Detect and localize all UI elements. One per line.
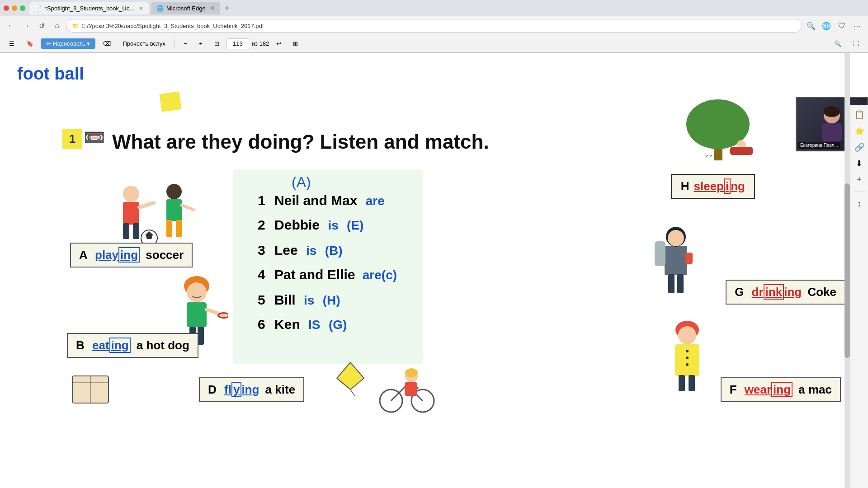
page-number-input[interactable]: [226, 38, 249, 49]
page-total: из 182: [252, 40, 269, 47]
label-h-box: H sleeping: [671, 174, 755, 199]
back-button[interactable]: ←: [5, 19, 17, 32]
sidebar-icon-6[interactable]: ↕: [857, 199, 861, 209]
search-icon-btn[interactable]: 🔍: [805, 19, 817, 32]
browser-chrome: 📄 *Spotlight_3_Students_book_Uc... ✕ 🌐 M…: [0, 0, 868, 53]
label-d-letter: D: [208, 383, 217, 396]
fit-icon: ⊡: [214, 40, 219, 47]
eraser-icon: ⌫: [103, 40, 111, 47]
svg-point-28: [668, 230, 684, 246]
tab-pdf-icon: 📄: [35, 5, 42, 12]
bookmarks-icon: 🔖: [26, 40, 33, 47]
bicycle-girl-illustration: [377, 360, 436, 414]
svg-point-22: [219, 314, 228, 317]
home-button[interactable]: ⌂: [51, 19, 63, 32]
svg-line-14: [182, 205, 193, 210]
sidebar-icon-1[interactable]: 📋: [854, 110, 864, 120]
svg-rect-13: [176, 220, 182, 237]
separator: [175, 39, 175, 48]
item-4: 4 Pat and Ellie are(c): [258, 267, 397, 282]
fullscreen-button[interactable]: ⛶: [849, 38, 863, 49]
sidebar-icon-2[interactable]: ⭐: [854, 126, 864, 136]
settings-btn[interactable]: ⋯: [851, 19, 863, 32]
draw-label: Нарисовать: [53, 40, 85, 47]
zoom-plus-button[interactable]: +: [194, 38, 207, 49]
svg-rect-56: [822, 123, 842, 141]
svg-point-55: [824, 106, 840, 117]
label-b-word-eating: eating: [92, 338, 131, 352]
sidebar-icon-5[interactable]: +: [857, 175, 862, 184]
tab-pdf[interactable]: 📄 *Spotlight_3_Students_book_Uc... ✕: [29, 2, 149, 14]
item-5-letter: (H): [323, 293, 340, 307]
svg-point-53: [405, 368, 418, 377]
label-d-rest: a kite: [265, 383, 296, 396]
sidebar-icon-4[interactable]: ⬇: [856, 159, 863, 169]
tab-edge-close[interactable]: ✕: [210, 5, 215, 11]
page-layout-button[interactable]: ⊞: [288, 38, 302, 49]
hamburger-button[interactable]: ☰: [5, 38, 19, 49]
item-2: 2 Debbie is (E): [258, 217, 363, 233]
tab-pdf-close[interactable]: ✕: [139, 5, 143, 12]
item-4-num: 4: [258, 267, 265, 282]
label-f-word-wearing: wearing: [745, 383, 793, 396]
toolbar-row: ☰ 🔖 ✏ Нарисовать ▾ ⌫ Прочесть вслух − + …: [0, 35, 868, 52]
svg-line-47: [391, 385, 407, 401]
svg-rect-24: [198, 327, 204, 345]
svg-rect-34: [675, 344, 699, 376]
sidebar-divider: [854, 192, 865, 192]
label-g-rest: Coke: [807, 285, 836, 299]
svg-line-20: [207, 310, 220, 314]
chevron-down-icon: ▾: [87, 40, 90, 47]
tab-edge-label: Microsoft Edge: [166, 5, 206, 12]
fit-button[interactable]: ⊡: [210, 38, 224, 49]
close-btn[interactable]: [4, 5, 9, 11]
svg-rect-19: [187, 302, 207, 327]
hamburger-icon: ☰: [9, 40, 14, 47]
read-aloud-button[interactable]: Прочесть вслух: [118, 38, 170, 49]
svg-point-35: [686, 350, 689, 352]
item-5: 5 Bill is (H): [258, 292, 340, 308]
label-g-word-drinking: drinking: [752, 285, 802, 299]
refresh-button[interactable]: ↺: [35, 19, 48, 32]
zoom-minus-button[interactable]: −: [179, 38, 192, 49]
page-back-button[interactable]: ↩: [272, 38, 286, 49]
label-a-rest: soccer: [146, 248, 184, 262]
tab-edge[interactable]: 🌐 Microsoft Edge ✕: [151, 2, 220, 14]
svg-point-36: [686, 357, 689, 359]
new-tab-button[interactable]: +: [222, 4, 232, 13]
scrollbar-thumb[interactable]: [844, 183, 850, 358]
scrollbar-track[interactable]: [844, 53, 850, 488]
minus-icon: −: [184, 40, 188, 47]
address-bar[interactable]: 📁 E:/Уроки 3%20класс/Spotlight_3_Student…: [66, 19, 802, 33]
svg-rect-38: [679, 375, 685, 391]
tree-illustration: z z z z: [678, 93, 760, 165]
svg-rect-26: [655, 241, 665, 266]
lee-illustration: [651, 216, 705, 298]
svg-text:z z z z: z z z z: [705, 153, 721, 160]
max-btn[interactable]: [20, 5, 25, 11]
bookmarks-button[interactable]: 🔖: [22, 38, 38, 49]
svg-rect-25: [665, 246, 687, 275]
label-g-box: G drinking Coke: [726, 280, 845, 305]
address-text: E:/Уроки 3%20класс/Spotlight_3_Students_…: [81, 23, 796, 29]
eraser-button[interactable]: ⌫: [98, 38, 115, 49]
edge-icon-btn[interactable]: 🌐: [820, 19, 833, 32]
pdf-content-area: foot ball z z z z 1 📼 What are they doin…: [0, 53, 868, 488]
item-6-num: 6: [258, 317, 265, 332]
min-btn[interactable]: [12, 5, 17, 11]
forward-button[interactable]: →: [20, 19, 33, 32]
sidebar-icon-3[interactable]: 🔗: [854, 142, 864, 152]
kite-illustration: [332, 360, 368, 396]
draw-button[interactable]: ✏ Нарисовать ▾: [41, 38, 95, 49]
svg-line-44: [350, 389, 355, 396]
find-button[interactable]: 🔍: [830, 38, 846, 49]
label-b-rest: a hot dog: [137, 338, 189, 352]
annotation-a: (A): [292, 174, 311, 191]
item-5-subject: Bill: [274, 292, 296, 307]
item-3-letter: (B): [325, 244, 343, 258]
item-2-answer: is: [328, 218, 338, 232]
webcam-person-name: Екатерина Павл...: [798, 142, 840, 149]
security-btn[interactable]: 🛡: [835, 19, 848, 32]
svg-rect-39: [689, 375, 695, 391]
item-5-num: 5: [258, 292, 265, 307]
